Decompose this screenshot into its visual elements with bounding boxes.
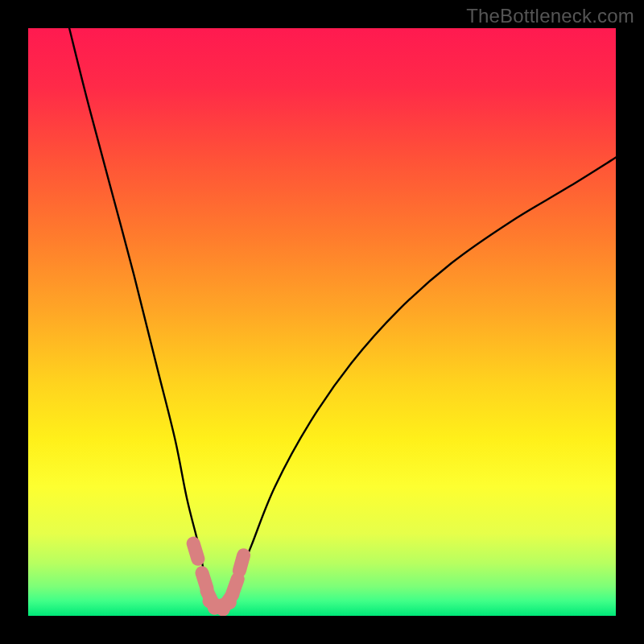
marker-nub: [233, 579, 238, 594]
curve-layer: [28, 28, 616, 616]
watermark-text: TheBottleneck.com: [466, 5, 634, 27]
marker-nub: [239, 555, 243, 571]
marker-nub: [193, 543, 198, 559]
near-minimum-markers: [193, 543, 243, 609]
bottleneck-curve: [69, 28, 616, 608]
plot-area: [28, 28, 616, 616]
outer-frame: TheBottleneck.com: [0, 0, 644, 644]
